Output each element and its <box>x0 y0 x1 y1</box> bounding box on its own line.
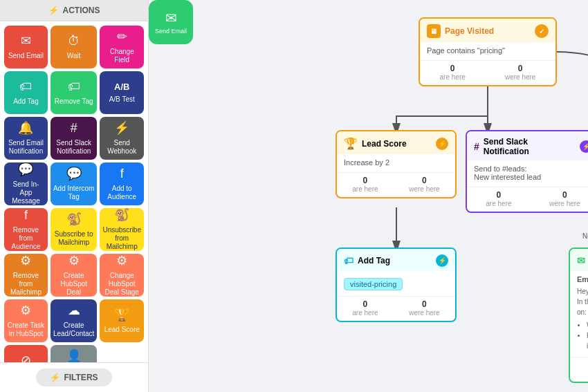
tile-send-in-app[interactable]: 💬 Send In-App Message <box>4 162 48 205</box>
page-visited-footer: 0 are here 0 were here <box>420 60 555 85</box>
email-line1: In the last few days, you have received … <box>577 297 588 317</box>
sidebar: ⚡ ACTIONS ✉ Send Email ⏱ Wait ✏ Change F… <box>0 0 149 392</box>
filters-button[interactable]: ⚡ FILTERS <box>36 368 111 386</box>
tile-archive-person[interactable]: 👤 Archive Person <box>50 345 98 362</box>
tile-subscribe-mailchimp-label: Subscribe to Mailchimp <box>53 230 95 247</box>
fb-add-icon: f <box>120 167 124 182</box>
tile-send-email[interactable]: ✉ Send Email <box>4 26 48 68</box>
tile-add-audience-label: Add to Audience <box>102 185 141 201</box>
tile-add-audience[interactable]: f Add to Audience <box>100 162 144 205</box>
ab-test-icon: A/B <box>114 82 129 93</box>
page-visited-were-here: 0 were here <box>505 64 535 81</box>
page-visited-header-icon: 🖥 <box>427 24 441 38</box>
add-tag-title: Add Tag <box>358 256 390 265</box>
tag-badge: visited-pricing <box>344 278 403 290</box>
webhook-icon: ⚡ <box>114 121 129 136</box>
tile-add-tag[interactable]: 🏷 Add Tag <box>4 71 48 114</box>
slack-title: Send Slack Notification <box>484 137 576 156</box>
tile-send-email-label: Send Email <box>8 52 44 60</box>
slack-line1: Send to #leads: <box>474 165 588 173</box>
no-label: No <box>582 232 588 240</box>
canvas: No 🖥 Page Visited ✓ Page contains "prici… <box>149 0 588 392</box>
email-intro: Hey {{person.firstName | default:'there'… <box>577 286 588 297</box>
in-app-icon: 💬 <box>18 162 33 178</box>
lead-score-action: Increase by 2 <box>344 158 389 167</box>
add-tag-body: visited-pricing <box>337 271 455 296</box>
send-email-notif-icon: 🔔 <box>18 121 33 136</box>
tile-create-lead-label: Create Lead/Contact <box>53 321 95 338</box>
mailchimp-icon: 🐒 <box>66 212 82 227</box>
tile-lead-score-label: Lead Score <box>104 326 140 334</box>
page-visited-header: 🖥 Page Visited ✓ <box>420 19 555 42</box>
hubspot-deal-icon: ⚙ <box>68 254 80 269</box>
tile-ab-test[interactable]: A/B A/B Test <box>100 71 144 114</box>
filters-label: FILTERS <box>64 373 98 382</box>
hubspot2-icon: ⚙ <box>116 254 127 269</box>
sidebar-footer: ⚡ FILTERS <box>0 362 148 392</box>
node-send-email-floating[interactable]: ✉ Send Email <box>149 0 193 44</box>
fb-remove-icon: f <box>24 208 28 223</box>
tile-create-lead[interactable]: ☁ Create Lead/Contact <box>50 299 98 342</box>
page-visited-are-here: 0 are here <box>440 64 466 81</box>
tile-create-hubspot-deal[interactable]: ⚙ Create HubSpot Deal <box>50 254 98 297</box>
tile-send-email-notif[interactable]: 🔔 Send Email Notification <box>4 117 48 160</box>
tile-send-slack-label: Send Slack Notification <box>53 139 95 156</box>
archive-icon: 👤 <box>66 349 82 362</box>
tile-lead-score[interactable]: 🏆 Lead Score <box>100 299 144 342</box>
lead-score-title: Lead Score <box>362 139 407 149</box>
hubspot-task-icon: ⚙ <box>20 304 31 319</box>
tile-send-email-notif-label: Send Email Notification <box>7 139 45 156</box>
tile-create-task-hubspot-label: Create Task in HubSpot <box>7 321 45 338</box>
lead-score-body: Increase by 2 <box>337 154 455 172</box>
add-tag-header-icon: 🏷 <box>344 255 353 266</box>
send-email-card-header: ✉ Send Email ⚡ <box>570 249 588 271</box>
slack-lightning: ⚡ <box>580 140 588 153</box>
slack-are-here: 0 are here <box>486 190 511 207</box>
tile-remove-audience-label: Remove from Audience <box>7 226 45 251</box>
tile-change-hubspot[interactable]: ⚙ Change HubSpot Deal Stage <box>100 254 144 297</box>
tile-unsubscribe-mailchimp-label: Unsubscribe from Mailchimp <box>102 226 141 251</box>
tile-subscribe-mailchimp[interactable]: 🐒 Subscribe to Mailchimp <box>50 208 98 251</box>
node-lead-score[interactable]: 🏆 Lead Score ⚡ Increase by 2 0 are here … <box>336 130 457 198</box>
add-tag-footer: 0 are here 0 were here <box>337 296 455 321</box>
send-email-card-footer: 0 are here 0 were here <box>570 357 588 382</box>
add-tag-are-here: 0 are here <box>352 299 378 317</box>
tile-end-flow[interactable]: ⊘ End Flow <box>4 345 48 362</box>
tile-send-webhook[interactable]: ⚡ Send Webhook <box>100 117 144 160</box>
tile-add-intercom[interactable]: 💬 Add Intercom Tag <box>50 162 98 205</box>
node-add-tag[interactable]: 🏷 Add Tag ⚡ visited-pricing 0 are here 0… <box>336 248 457 322</box>
page-visited-condition: Page contains "pricing" <box>427 46 505 55</box>
send-email-icon: ✉ <box>21 34 31 49</box>
tile-remove-mailchimp-label: Remove from Mailchimp <box>7 272 45 297</box>
node-send-slack[interactable]: # Send Slack Notification ⚡ Send to #lea… <box>466 130 588 213</box>
lead-score-lightning: ⚡ <box>436 138 448 150</box>
intercom-icon: 💬 <box>66 167 82 182</box>
create-lead-icon: ☁ <box>68 304 80 319</box>
add-tag-icon: 🏷 <box>19 80 32 95</box>
send-email-floating-label: Send Email <box>155 28 187 35</box>
tile-remove-tag[interactable]: 🏷 Remove Tag <box>50 71 98 114</box>
lead-score-footer: 0 are here 0 were here <box>337 172 455 197</box>
sidebar-header-label: ACTIONS <box>63 6 100 15</box>
sidebar-header: ⚡ ACTIONS <box>0 0 148 21</box>
trophy-icon: 🏆 <box>344 137 358 150</box>
tile-unsubscribe-mailchimp[interactable]: 🐒 Unsubscribe from Mailchimp <box>100 208 144 251</box>
slack-were-here: 0 were here <box>549 190 580 207</box>
tile-send-slack[interactable]: # Send Slack Notification <box>50 117 98 160</box>
actions-icon: ⚡ <box>48 6 59 15</box>
tile-wait[interactable]: ⏱ Wait <box>50 26 98 68</box>
page-visited-check: ✓ <box>535 24 549 38</box>
page-visited-title: Page Visited <box>445 26 494 36</box>
tile-remove-audience[interactable]: f Remove from Audience <box>4 208 48 251</box>
node-send-email-card[interactable]: ✉ Send Email ⚡ Email 7 - Book a call Hey… <box>569 248 588 383</box>
node-page-visited[interactable]: 🖥 Page Visited ✓ Page contains "pricing"… <box>419 17 557 86</box>
lead-score-were-here: 0 were here <box>409 176 439 193</box>
tile-create-task-hubspot[interactable]: ⚙ Create Task in HubSpot <box>4 299 48 342</box>
tile-remove-mailchimp[interactable]: ⚙ Remove from Mailchimp <box>4 254 48 297</box>
add-tag-were-here: 0 were here <box>409 299 439 317</box>
email-card-icon: ✉ <box>577 255 585 266</box>
tile-change-field[interactable]: ✏ Change Field <box>100 26 144 68</box>
tile-add-intercom-label: Add Intercom Tag <box>53 185 95 201</box>
tile-wait-label: Wait <box>67 52 81 60</box>
remove-tag-icon: 🏷 <box>68 80 80 95</box>
